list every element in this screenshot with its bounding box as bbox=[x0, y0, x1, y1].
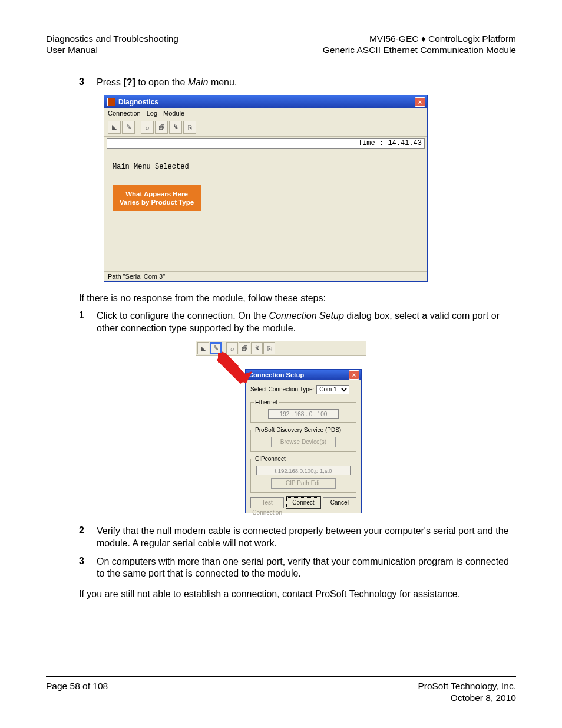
header-right-2: Generic ASCII Ethernet Communication Mod… bbox=[323, 44, 516, 55]
time-display: Time : 14.41.43 bbox=[107, 138, 425, 149]
menubar: Connection Log Module bbox=[104, 108, 427, 118]
t: Click to configure the connection. On th… bbox=[97, 311, 269, 321]
browse-devices-button[interactable]: Browse Device(s) bbox=[271, 437, 336, 447]
close-icon[interactable]: × bbox=[415, 97, 425, 107]
menu-log[interactable]: Log bbox=[147, 110, 157, 117]
toolbar: ◣ ✎ ⌕ 🗊 ↯ ⎘ bbox=[104, 118, 427, 137]
close-icon[interactable]: × bbox=[349, 370, 359, 380]
test-connection-button[interactable]: Test Connection bbox=[250, 497, 284, 508]
status-bar: Path "Serial Com 3" bbox=[104, 271, 427, 281]
key-q: [?] bbox=[123, 77, 135, 87]
page-footer: Page 58 of 108 ProSoft Technology, Inc. … bbox=[46, 676, 516, 703]
dialog-title: Connection Setup bbox=[249, 371, 304, 378]
window-titlebar: Diagnostics × bbox=[104, 95, 427, 108]
footer-date: October 8, 2010 bbox=[418, 692, 516, 703]
ethernet-group: Ethernet 192 . 168 . 0 . 100 bbox=[250, 399, 356, 423]
menu-module[interactable]: Module bbox=[163, 110, 184, 117]
dialog-titlebar: Connection Setup × bbox=[246, 370, 361, 380]
step-number: 2 bbox=[79, 525, 97, 550]
t: What Appears Here bbox=[115, 190, 199, 198]
connection-setup-dialog: Connection Setup × Select Connection Typ… bbox=[245, 369, 362, 513]
pds-group: ProSoft Discovery Service (PDS) Browse D… bbox=[250, 427, 356, 452]
cip-path-field[interactable]: t:192.168.0.100,p:1,s:0 bbox=[256, 466, 351, 475]
dialog-name: Connection Setup bbox=[269, 311, 344, 321]
footer-company: ProSoft Technology, Inc. bbox=[418, 680, 516, 691]
cancel-button[interactable]: Cancel bbox=[323, 497, 356, 508]
ethernet-ip-input[interactable]: 192 . 168 . 0 . 100 bbox=[268, 409, 339, 419]
app-icon bbox=[107, 98, 115, 106]
t: menu. bbox=[208, 77, 237, 87]
step-1b: 1 Click to configure the connection. On … bbox=[79, 310, 516, 335]
connection-type-select[interactable]: Com 1 bbox=[316, 385, 349, 394]
console-output: Main Menu Selected What Appears Here Var… bbox=[107, 152, 425, 270]
placeholder-note: What Appears Here Varies by Product Type bbox=[113, 185, 201, 212]
paragraph-contact: If you are still not able to establish a… bbox=[79, 588, 516, 601]
toolbar-btn-6[interactable]: ⎘ bbox=[183, 121, 196, 134]
step-number: 3 bbox=[79, 556, 97, 581]
window-title: Diagnostics bbox=[118, 98, 158, 106]
t: to open the bbox=[135, 77, 188, 87]
console-line: Main Menu Selected bbox=[113, 163, 419, 171]
step-3b: 3 On computers with more than one serial… bbox=[79, 556, 516, 581]
cip-legend: CIPconnect bbox=[254, 456, 287, 462]
cip-path-edit-button[interactable]: CIP Path Edit bbox=[271, 478, 336, 489]
footer-page: Page 58 of 108 bbox=[46, 680, 108, 703]
diagnostics-window: Diagnostics × Connection Log Module ◣ ✎ … bbox=[104, 95, 428, 282]
toolbar-btn-6[interactable]: ⎘ bbox=[263, 342, 275, 354]
page-header: Diagnostics and Troubleshooting User Man… bbox=[46, 33, 516, 60]
t: Varies by Product Type bbox=[115, 198, 199, 206]
step-text: Verify that the null modem cable is conn… bbox=[97, 525, 516, 550]
menu-connection[interactable]: Connection bbox=[108, 110, 141, 117]
toolbar-btn-1[interactable]: ◣ bbox=[197, 342, 209, 354]
header-left-1: Diagnostics and Troubleshooting bbox=[46, 33, 178, 44]
select-conn-label: Select Connection Type: bbox=[250, 386, 314, 393]
connection-setup-figure: ◣ ✎ ⌕ 🗊 ↯ ⎘ Connection Setup × Sele bbox=[196, 341, 366, 513]
step-number: 1 bbox=[79, 310, 97, 335]
step-text: On computers with more than one serial p… bbox=[97, 556, 516, 581]
paragraph-no-response: If there is no response from the module,… bbox=[79, 292, 516, 305]
toolbar-btn-2[interactable]: ✎ bbox=[122, 121, 135, 134]
toolbar-btn-5[interactable]: ↯ bbox=[169, 121, 182, 134]
toolbar-btn-3[interactable]: ⌕ bbox=[141, 121, 154, 134]
pds-legend: ProSoft Discovery Service (PDS) bbox=[254, 427, 342, 433]
step-3: 3 Press [?] to open the Main menu. bbox=[79, 77, 516, 89]
connect-button[interactable]: Connect bbox=[286, 497, 320, 508]
t: Press bbox=[97, 77, 123, 87]
step-2b: 2 Verify that the null modem cable is co… bbox=[79, 525, 516, 550]
cip-group: CIPconnect t:192.168.0.100,p:1,s:0 CIP P… bbox=[250, 456, 356, 493]
ethernet-legend: Ethernet bbox=[254, 399, 279, 406]
main-menu-name: Main bbox=[188, 77, 209, 87]
toolbar-btn-4[interactable]: 🗊 bbox=[155, 121, 168, 134]
step-number: 3 bbox=[79, 77, 97, 89]
header-left-2: User Manual bbox=[46, 44, 178, 55]
toolbar-btn-1[interactable]: ◣ bbox=[108, 121, 121, 134]
header-right-1: MVI56-GEC ♦ ControlLogix Platform bbox=[323, 33, 516, 44]
